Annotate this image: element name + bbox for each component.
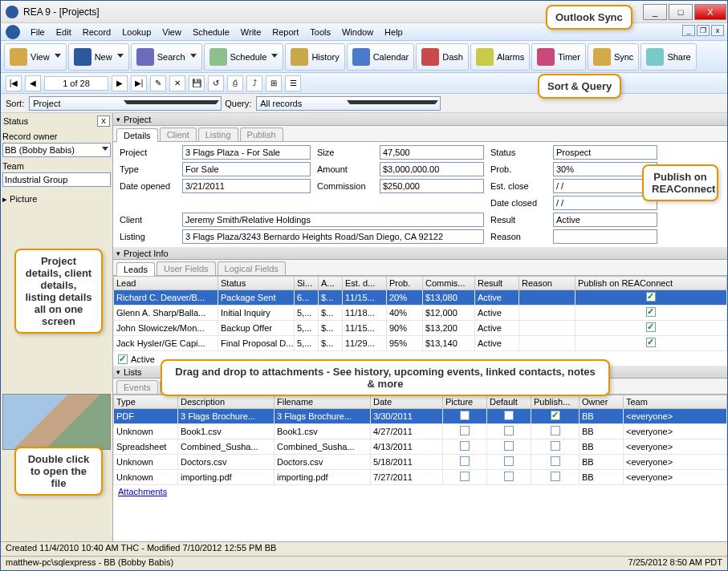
fld-result[interactable]: Active xyxy=(553,213,657,227)
sort-combo[interactable]: Project xyxy=(29,96,222,111)
nav-prev-button[interactable]: ◀ xyxy=(25,75,41,91)
fld-dateopened[interactable]: 3/21/2011 xyxy=(182,179,311,193)
grid-checkbox[interactable] xyxy=(551,426,560,435)
leads-col-header[interactable]: Prob. xyxy=(387,277,423,290)
att-col-header[interactable]: Picture xyxy=(443,395,487,409)
tab-userfields[interactable]: User Fields xyxy=(157,261,216,275)
leads-row[interactable]: John Slowiczek/Mon...Backup Offer5,...$.… xyxy=(114,321,727,336)
grid-checkbox[interactable] xyxy=(504,411,514,420)
nav-tool-2[interactable]: ✕ xyxy=(169,75,185,91)
leads-col-header[interactable]: Si... xyxy=(295,277,319,290)
sidebar-close-button[interactable]: X xyxy=(97,115,110,127)
att-col-header[interactable]: Date xyxy=(371,395,443,409)
alarms-button[interactable]: Alarms xyxy=(470,43,530,71)
menu-window[interactable]: Window xyxy=(336,27,379,37)
active-checkbox[interactable] xyxy=(118,354,128,364)
tab-client[interactable]: Client xyxy=(160,128,197,141)
maximize-button[interactable]: □ xyxy=(669,4,693,20)
att-col-header[interactable]: Filename xyxy=(275,395,371,409)
nav-first-button[interactable]: |◀ xyxy=(6,75,22,91)
owner-combo[interactable]: BB (Bobby Babis) xyxy=(2,143,111,157)
attachment-row[interactable]: PDF3 Flags Brochure...3 Flags Brochure..… xyxy=(114,409,727,424)
schedule-button[interactable]: Schedule xyxy=(204,43,284,71)
att-col-header[interactable]: Description xyxy=(178,395,275,409)
menu-tools[interactable]: Tools xyxy=(304,27,336,37)
menu-edit[interactable]: Edit xyxy=(51,27,77,37)
publish-checkbox[interactable] xyxy=(646,338,656,347)
grid-checkbox[interactable] xyxy=(551,456,560,466)
nav-last-button[interactable]: ▶| xyxy=(131,75,147,91)
attachment-row[interactable]: UnknownBook1.csvBook1.csv4/27/2011BB<eve… xyxy=(114,424,727,439)
leads-col-header[interactable]: Commis... xyxy=(423,277,475,290)
fld-type[interactable]: For Sale xyxy=(182,162,311,176)
tab-logicalfields[interactable]: Logical Fields xyxy=(218,261,286,275)
nav-next-button[interactable]: ▶ xyxy=(112,75,128,91)
att-col-header[interactable]: Type xyxy=(114,395,178,409)
fld-listing[interactable]: 3 Flags Plaza/3243 Bernardo Heights Road… xyxy=(182,229,484,244)
new-button[interactable]: New xyxy=(68,43,129,71)
nav-tool-8[interactable]: ☰ xyxy=(285,75,301,91)
menu-file[interactable]: File xyxy=(25,27,51,37)
nav-tool-1[interactable]: ✎ xyxy=(150,75,166,91)
attachments-grid[interactable]: TypeDescriptionFilenameDatePictureDefaul… xyxy=(113,395,727,485)
grid-checkbox[interactable] xyxy=(504,441,514,451)
grid-checkbox[interactable] xyxy=(504,456,514,466)
projectinfo-section-header[interactable]: ▾Project Info xyxy=(113,247,727,260)
leads-col-header[interactable]: Lead xyxy=(114,277,218,290)
fld-size[interactable]: 47,500 xyxy=(380,145,484,160)
attachment-row[interactable]: SpreadsheetCombined_Susha...Combined_Sus… xyxy=(114,439,727,455)
close-button[interactable]: X xyxy=(694,4,726,20)
leads-col-header[interactable]: Est. d... xyxy=(343,277,387,290)
team-field[interactable]: Industrial Group xyxy=(2,172,111,187)
fld-commission[interactable]: $250,000 xyxy=(380,179,484,193)
nav-tool-4[interactable]: ↺ xyxy=(208,75,224,91)
nav-tool-6[interactable]: ⤴ xyxy=(246,75,262,91)
minimize-button[interactable]: _ xyxy=(643,4,667,20)
dash-button[interactable]: Dash xyxy=(416,43,469,71)
mdi-restore-button[interactable]: ❐ xyxy=(697,25,710,36)
leads-row[interactable]: Richard C. Deaver/B...Package Sent6...$.… xyxy=(114,290,727,306)
calendar-button[interactable]: Calendar xyxy=(347,43,415,71)
leads-grid[interactable]: LeadStatusSi...A...Est. d...Prob.Commis.… xyxy=(113,276,727,351)
menu-view[interactable]: View xyxy=(157,27,187,37)
sync-button[interactable]: Sync xyxy=(588,43,639,71)
nav-tool-5[interactable]: ⎙ xyxy=(227,75,243,91)
grid-checkbox[interactable] xyxy=(460,472,470,481)
menu-lookup[interactable]: Lookup xyxy=(116,27,157,37)
nav-tool-3[interactable]: 💾 xyxy=(189,75,205,91)
nav-position[interactable]: 1 of 28 xyxy=(44,76,108,91)
nav-tool-7[interactable]: ⊞ xyxy=(266,75,282,91)
att-col-header[interactable]: Team xyxy=(624,395,727,409)
tab-listing[interactable]: Listing xyxy=(198,128,238,141)
search-button[interactable]: Search xyxy=(131,43,202,71)
timer-button[interactable]: Timer xyxy=(531,43,586,71)
publish-checkbox[interactable] xyxy=(646,322,656,332)
tab-publish[interactable]: Publish xyxy=(240,128,283,141)
leads-col-header[interactable]: Reason xyxy=(519,277,575,290)
leads-row[interactable]: Glenn A. Sharp/Balla...Initial Inquiry5,… xyxy=(114,306,727,321)
fld-reason[interactable] xyxy=(553,229,657,244)
grid-checkbox[interactable] xyxy=(460,426,470,435)
grid-checkbox[interactable] xyxy=(460,441,470,451)
grid-checkbox[interactable] xyxy=(460,456,470,466)
grid-checkbox[interactable] xyxy=(551,411,560,420)
menu-help[interactable]: Help xyxy=(379,27,409,37)
history-button[interactable]: History xyxy=(285,43,344,71)
tab-details[interactable]: Details xyxy=(116,128,158,142)
attachments-link[interactable]: Attachments xyxy=(113,485,727,498)
fld-client[interactable]: Jeremy Smith/Relative Holdings xyxy=(182,213,484,227)
publish-checkbox[interactable] xyxy=(646,307,656,317)
fld-dateclosed[interactable]: / / xyxy=(553,196,657,210)
grid-checkbox[interactable] xyxy=(551,472,560,481)
fld-status[interactable]: Prospect xyxy=(553,145,657,160)
tab-leads[interactable]: Leads xyxy=(116,262,155,276)
grid-checkbox[interactable] xyxy=(504,472,514,481)
leads-row[interactable]: Jack Hysler/GE Capi...Final Proposal D..… xyxy=(114,336,727,351)
attachment-row[interactable]: UnknownDoctors.csvDoctors.csv5/18/2011BB… xyxy=(114,455,727,470)
leads-col-header[interactable]: Publish on REAConnect xyxy=(575,277,727,290)
att-col-header[interactable]: Default xyxy=(487,395,531,409)
att-col-header[interactable]: Owner xyxy=(580,395,624,409)
share-button[interactable]: Share xyxy=(641,43,696,71)
fld-project[interactable]: 3 Flags Plaza - For Sale xyxy=(182,145,311,160)
query-combo[interactable]: All records xyxy=(256,96,441,111)
